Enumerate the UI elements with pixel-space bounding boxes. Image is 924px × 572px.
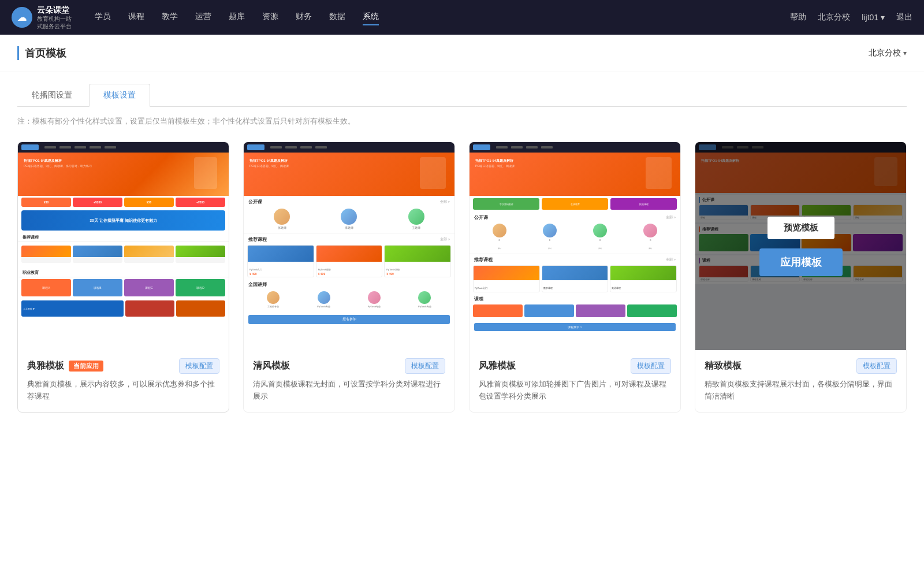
templates-grid: 托福TPO1-54真题及解析 PC端 口语答题、词汇、阅读课、练习答对，听力练习… — [0, 136, 924, 436]
tabs: 轮播图设置 模板设置 — [17, 84, 907, 107]
template-name-jingzhi: 精致模板 — [705, 360, 742, 372]
template-card-jingzhi[interactable]: 托福TPO1-54真题及解析 公开课 课程 — [695, 142, 907, 413]
config-button-dianyi[interactable]: 模板配置 — [179, 358, 219, 374]
mockup-fengya: 托福TPO1-54真题及解析 PC端 口语答题、词汇、阅读课 学员营销套件 在线… — [470, 142, 680, 350]
template-info-fengya: 风雅模板 模板配置 风雅首页模板可添加轮播图下广告图片，可对课程及课程包设置学科… — [470, 350, 680, 412]
template-info-qingfeng: 清风模板 模板配置 清风首页模板课程无封面，可设置按学科分类对课程进行展示 — [244, 350, 454, 412]
template-overlay-jingzhi: 预览模板 应用模板 — [695, 142, 906, 350]
nav-right: 帮助 北京分校 lijt01 ▾ 退出 — [790, 12, 912, 23]
template-card-dianyi[interactable]: 托福TPO1-54真题及解析 PC端 口语答题、词汇、阅读课、练习答对，听力练习… — [17, 142, 229, 413]
template-name-fengya: 风雅模板 — [479, 360, 516, 372]
help-link[interactable]: 帮助 — [790, 12, 806, 23]
template-card-qingfeng[interactable]: 托福TPO1-54真题及解析 PC端 口语答题、词汇、阅读课 公开课 全部 > … — [243, 142, 455, 413]
logo-icon: ☁ — [12, 7, 32, 28]
template-desc-jingzhi: 精致首页模板支持课程展示封面，各模板分隔明显，界面简洁清晰 — [705, 378, 897, 403]
main-content: 首页模板 北京分校 ▾ 轮播图设置 模板设置 注：模板有部分个性化样式设置，设置… — [0, 35, 924, 572]
nav-item-tiku[interactable]: 题库 — [229, 9, 245, 25]
branch-link[interactable]: 北京分校 — [818, 12, 850, 23]
nav-item-jiaoxue[interactable]: 教学 — [162, 9, 178, 25]
nav-item-xueyuan[interactable]: 学员 — [95, 9, 111, 25]
nav-item-caiwu[interactable]: 财务 — [296, 9, 312, 25]
tab-lunbotu[interactable]: 轮播图设置 — [17, 84, 87, 106]
template-card-fengya[interactable]: 托福TPO1-54真题及解析 PC端 口语答题、词汇、阅读课 学员营销套件 在线… — [469, 142, 681, 413]
template-preview-jingzhi: 托福TPO1-54真题及解析 公开课 课程 — [695, 142, 906, 350]
logo[interactable]: ☁ 云朵课堂 教育机构一站 式服务云平台 — [12, 5, 72, 30]
template-desc-qingfeng: 清风首页模板课程无封面，可设置按学科分类对课程进行展示 — [253, 378, 445, 403]
branch-selector[interactable]: 北京分校 ▾ — [869, 48, 907, 58]
current-badge: 当前应用 — [69, 361, 103, 372]
nav-item-kecheng[interactable]: 课程 — [128, 9, 144, 25]
logo-text: 云朵课堂 教育机构一站 式服务云平台 — [37, 5, 72, 30]
nav-item-ziyuan[interactable]: 资源 — [262, 9, 278, 25]
page-header: 首页模板 北京分校 ▾ — [0, 35, 924, 72]
page-title: 首页模板 — [17, 46, 66, 60]
mockup-qingfeng: 托福TPO1-54真题及解析 PC端 口语答题、词汇、阅读课 公开课 全部 > … — [244, 142, 454, 350]
template-name-dianyi: 典雅模板 当前应用 — [27, 360, 103, 372]
config-button-fengya[interactable]: 模板配置 — [631, 358, 671, 374]
apply-template-button[interactable]: 应用模板 — [759, 248, 843, 276]
template-desc-dianyi: 典雅首页模板，展示内容较多，可以展示优惠券和多个推荐课程 — [27, 378, 219, 403]
user-menu[interactable]: lijt01 ▾ — [862, 13, 885, 22]
config-button-jingzhi[interactable]: 模板配置 — [856, 358, 897, 374]
navigation: ☁ 云朵课堂 教育机构一站 式服务云平台 学员 课程 教学 运营 题库 资源 财… — [0, 0, 924, 35]
nav-item-xitong[interactable]: 系统 — [363, 9, 379, 25]
tabs-container: 轮播图设置 模板设置 — [0, 72, 924, 107]
config-button-qingfeng[interactable]: 模板配置 — [405, 358, 445, 374]
template-preview-fengya: 托福TPO1-54真题及解析 PC端 口语答题、词汇、阅读课 学员营销套件 在线… — [470, 142, 680, 350]
template-info-jingzhi: 精致模板 模板配置 精致首页模板支持课程展示封面，各模板分隔明显，界面简洁清晰 — [695, 350, 906, 412]
template-preview-dianyi: 托福TPO1-54真题及解析 PC端 口语答题、词汇、阅读课、练习答对，听力练习… — [18, 142, 229, 350]
tab-moban[interactable]: 模板设置 — [89, 84, 150, 107]
nav-item-shuju[interactable]: 数据 — [329, 9, 345, 25]
template-name-qingfeng: 清风模板 — [253, 360, 290, 372]
logout-link[interactable]: 退出 — [896, 12, 912, 23]
mockup-dianyi: 托福TPO1-54真题及解析 PC端 口语答题、词汇、阅读课、练习答对，听力练习… — [18, 142, 229, 350]
template-info-dianyi: 典雅模板 当前应用 模板配置 典雅首页模板，展示内容较多，可以展示优惠券和多个推… — [18, 350, 229, 412]
template-preview-qingfeng: 托福TPO1-54真题及解析 PC端 口语答题、词汇、阅读课 公开课 全部 > … — [244, 142, 454, 350]
nav-menu: 学员 课程 教学 运营 题库 资源 财务 数据 系统 — [95, 9, 790, 25]
template-desc-fengya: 风雅首页模板可添加轮播图下广告图片，可对课程及课程包设置学科分类展示 — [479, 378, 671, 403]
note-text: 注：模板有部分个性化样式设置，设置后仅当前模板生效；非个性化样式设置后只针对所有… — [0, 107, 924, 136]
preview-template-button[interactable]: 预览模板 — [767, 217, 834, 239]
chevron-down-icon: ▾ — [903, 49, 907, 57]
nav-item-yunying[interactable]: 运营 — [195, 9, 211, 25]
